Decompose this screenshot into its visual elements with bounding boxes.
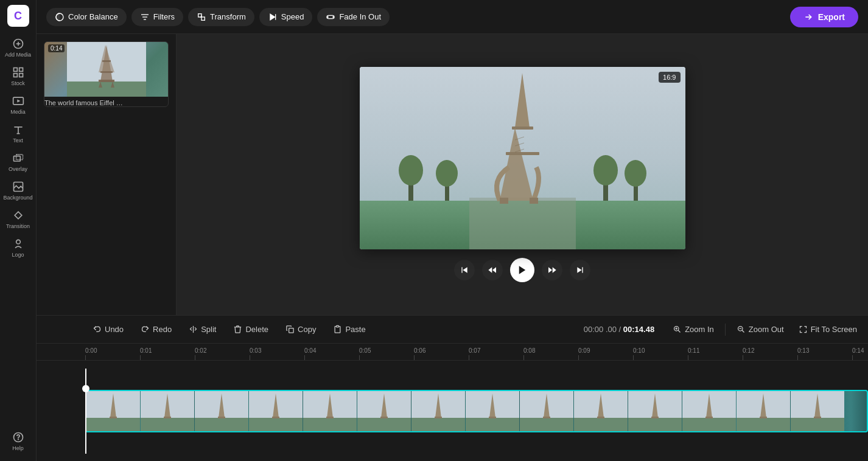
sidebar-item-text[interactable]: Text [2,120,34,147]
sidebar-item-transition[interactable]: Transition [2,206,34,233]
delete-button[interactable]: Delete [226,321,276,338]
filters-icon [140,12,150,22]
svg-marker-69 [577,267,581,272]
svg-rect-91 [218,417,225,418]
ruler-mark-11: 0:11 [688,347,699,360]
sidebar-item-label: Transition [6,223,30,229]
svg-rect-12 [13,156,20,161]
svg-rect-22 [198,13,201,16]
video-frame [86,391,140,431]
ruler-mark-5: 0:05 [359,347,371,360]
track-area [37,361,868,461]
split-button[interactable]: Split [181,321,223,338]
skip-to-start-button[interactable] [454,260,475,280]
sidebar-item-stock[interactable]: Stock [2,63,34,90]
redo-button[interactable]: Redo [133,321,179,338]
svg-rect-95 [272,417,279,418]
zoom-in-button[interactable]: Zoom In [667,321,720,338]
help-icon [12,431,24,443]
sidebar-item-overlay[interactable]: Overlay [2,148,34,176]
app-logo[interactable]: C [7,5,29,27]
time-display: 00:00 .00 / 00:14.48 [574,325,664,334]
preview-scene-svg [360,67,685,249]
transform-button[interactable]: Transform [188,8,254,26]
svg-rect-131 [760,417,767,418]
video-track-row [37,361,868,461]
svg-rect-129 [737,418,790,431]
redo-label: Redo [153,325,172,334]
current-time: 00:00 .00 / [584,325,623,334]
fade-in-out-button[interactable]: Fade In Out [317,8,390,26]
preview-canvas: 16:9 [360,67,685,249]
svg-rect-68 [582,267,583,272]
sidebar-item-logo[interactable]: Logo [2,234,34,262]
delete-label: Delete [245,325,268,334]
fit-screen-icon [799,325,808,334]
undo-button[interactable]: Undo [85,321,131,338]
video-track[interactable] [85,390,868,432]
ruler-mark-6: 0:06 [414,347,425,360]
sidebar-item-label: Add Media [5,52,31,58]
fade-icon [326,12,335,22]
ruler-mark-7: 0:07 [469,347,480,360]
fast-forward-button[interactable] [542,260,562,280]
sidebar-item-help[interactable]: Help [2,428,34,455]
preview-video [360,67,685,249]
zoom-separator [725,324,726,336]
svg-rect-5 [13,74,17,77]
ruler-mark-10: 0:10 [633,347,645,360]
ruler-mark-2: 0:02 [195,347,206,360]
timeline-ruler: 0:00 0:01 0:02 0:03 [37,344,868,361]
svg-rect-55 [506,152,539,155]
transition-icon [12,209,24,221]
svg-rect-121 [628,418,682,431]
playhead[interactable] [85,369,86,454]
zoom-out-label: Zoom Out [749,325,784,334]
svg-rect-109 [466,418,519,431]
skip-end-icon [575,265,585,275]
sidebar-item-background[interactable]: Background [2,177,34,204]
overlay-icon [12,152,24,164]
media-filename: The world famous Eiffel … [44,99,168,106]
svg-point-45 [399,155,423,185]
zoom-in-icon [673,325,682,334]
svg-marker-8 [17,100,20,103]
svg-rect-81 [86,418,140,431]
media-thumbnail[interactable]: 0:14 The world famous Eiffel … [44,41,169,107]
sidebar-item-label: Background [3,195,32,201]
svg-marker-64 [492,267,496,272]
svg-marker-63 [488,267,492,272]
svg-line-74 [678,330,681,333]
filters-button[interactable]: Filters [131,8,183,26]
svg-rect-56 [500,198,508,204]
svg-rect-37 [100,71,113,73]
copy-button[interactable]: Copy [278,321,323,338]
color-balance-button[interactable]: Color Balance [46,8,127,26]
sidebar-item-label: Media [10,109,26,115]
redo-icon [141,325,150,334]
export-button[interactable]: Export [790,7,858,27]
svg-rect-6 [19,74,23,77]
speed-button[interactable]: Speed [259,8,313,26]
svg-rect-135 [814,417,821,418]
ruler-mark-0: 0:00 [85,347,97,360]
sidebar-item-add-media[interactable]: Add Media [2,34,34,61]
fit-to-screen-button[interactable]: Fit To Screen [793,321,863,338]
playhead-handle[interactable] [82,385,89,392]
zoom-out-button[interactable]: Zoom Out [730,321,790,338]
svg-rect-125 [682,418,736,431]
play-pause-button[interactable] [510,258,534,282]
aspect-ratio-badge: 16:9 [659,72,680,83]
skip-to-end-button[interactable] [570,260,590,280]
logo-icon [12,238,24,250]
rewind-button[interactable] [482,260,503,280]
paste-button[interactable]: Paste [326,321,373,338]
video-frame [303,391,357,431]
video-frame [628,391,682,431]
copy-icon [285,325,295,334]
video-frame [682,391,736,431]
svg-marker-65 [519,266,526,274]
ruler-mark-4: 0:04 [304,347,316,360]
logo-letter: C [14,10,22,23]
sidebar-item-media[interactable]: Media [2,91,34,119]
